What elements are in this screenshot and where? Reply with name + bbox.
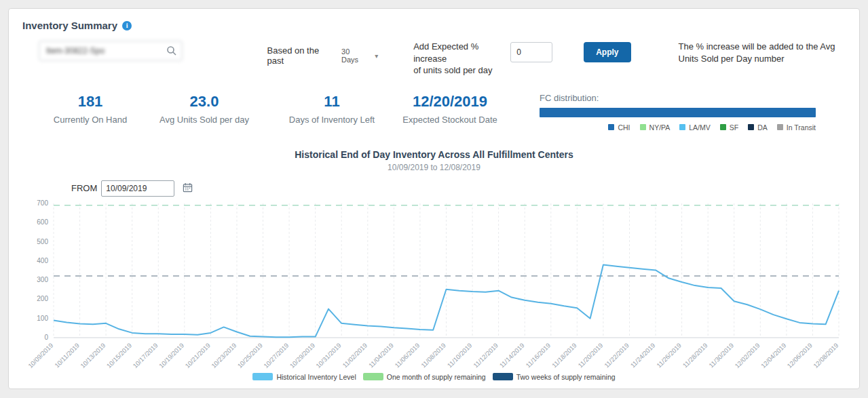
stat-value: 12/20/2019 <box>396 93 504 111</box>
x-tick-label: 10/11/2019 <box>53 341 81 369</box>
legend-swatch <box>493 373 513 380</box>
chevron-down-icon: ▾ <box>375 52 378 60</box>
legend-swatch <box>748 124 754 130</box>
x-tick-label: 12/06/2019 <box>785 341 813 369</box>
x-tick-label: 11/04/2019 <box>367 341 395 369</box>
x-tick-label: 10/17/2019 <box>131 341 159 369</box>
legend-label: In Transit <box>787 123 816 132</box>
legend-label: Historical Inventory Level <box>276 373 356 381</box>
increase-label-line1: Add Expected % increase <box>413 41 502 64</box>
helper-text: The % increase will be added to the Avg … <box>679 41 846 65</box>
period-select-value: 30 Days <box>341 47 365 64</box>
chart-legend-item: Historical Inventory Level <box>252 373 356 381</box>
x-tick-label: 10/23/2019 <box>210 341 238 369</box>
legend-swatch <box>679 124 685 130</box>
stat-avg-units-sold: 23.0 Avg Units Sold per day <box>150 93 259 125</box>
increase-label-line2: of units sold per day <box>413 64 502 77</box>
x-tick-label: 11/02/2019 <box>341 341 369 369</box>
from-date-input[interactable] <box>101 180 174 197</box>
x-tick-label: 10/15/2019 <box>105 341 133 369</box>
x-tick-label: 10/31/2019 <box>314 341 342 369</box>
x-tick-label: 11/16/2019 <box>524 341 552 369</box>
y-tick-label: 200 <box>37 295 48 302</box>
sku-search-input[interactable] <box>39 41 183 61</box>
legend-label: SF <box>730 123 738 132</box>
x-tick-label: 11/24/2019 <box>629 341 657 369</box>
legend-swatch <box>252 373 273 380</box>
stats-row: 181 Currently On Hand 23.0 Avg Units Sol… <box>22 93 846 132</box>
stat-label: Avg Units Sold per day <box>150 115 259 125</box>
increase-label: Add Expected % increase of units sold pe… <box>413 41 502 77</box>
x-tick-label: 11/20/2019 <box>576 341 604 369</box>
x-tick-label: 11/22/2019 <box>603 341 630 369</box>
legend-swatch <box>720 124 726 130</box>
search-box <box>39 41 183 61</box>
x-tick-label: 10/21/2019 <box>183 341 211 369</box>
inventory-summary-card: Inventory Summary i Based on the past 30… <box>8 8 860 389</box>
x-tick-label: 12/04/2019 <box>759 341 787 369</box>
x-tick-label: 11/14/2019 <box>498 341 526 369</box>
fc-legend-item: NY/PA <box>640 123 671 132</box>
apply-button[interactable]: Apply <box>584 42 630 62</box>
legend-swatch <box>640 124 646 130</box>
increase-input[interactable] <box>510 42 552 62</box>
chart-legend-item: One month of supply remaining <box>363 373 486 381</box>
period-select[interactable]: 30 Days ▾ <box>339 46 381 65</box>
chart-legend-item: Two weeks of supply remaining <box>493 373 616 381</box>
page-title: Inventory Summary <box>22 20 117 31</box>
y-tick-label: 600 <box>37 218 48 226</box>
x-tick-label: 11/08/2019 <box>419 341 447 369</box>
legend-swatch <box>777 124 783 130</box>
inventory-line-chart: 010020030040050060070010/09/201910/11/20… <box>22 198 846 373</box>
x-tick-label: 12/08/2019 <box>812 341 839 369</box>
stat-label: Days of Inventory Left <box>278 115 386 125</box>
x-tick-label: 10/19/2019 <box>157 341 185 369</box>
card-header: Inventory Summary i <box>22 20 846 31</box>
x-tick-label: 11/30/2019 <box>707 341 735 369</box>
legend-label: CHI <box>618 123 630 132</box>
fc-legend-item: DA <box>748 123 768 132</box>
fc-legend-item: CHI <box>608 123 630 132</box>
fc-legend-item: LA/MV <box>679 123 711 132</box>
x-tick-label: 10/09/2019 <box>26 341 54 369</box>
fc-segment-chi <box>540 108 816 117</box>
y-tick-label: 500 <box>37 237 48 245</box>
legend-label: NY/PA <box>649 123 671 132</box>
x-tick-label: 11/28/2019 <box>681 341 709 369</box>
stat-days-of-inventory: 11 Days of Inventory Left <box>278 93 386 125</box>
chart-legend: Historical Inventory Level One month of … <box>22 373 846 381</box>
y-tick-label: 100 <box>37 314 48 321</box>
based-on-group: Based on the past 30 Days ▾ <box>267 45 381 66</box>
stat-value: 11 <box>278 93 386 111</box>
legend-swatch <box>608 124 614 130</box>
stat-expected-stockout: 12/20/2019 Expected Stockout Date <box>396 93 504 125</box>
legend-label: LA/MV <box>689 123 711 132</box>
stat-label: Currently On Hand <box>50 115 131 125</box>
stat-label: Expected Stockout Date <box>396 115 504 125</box>
y-tick-label: 700 <box>37 199 48 207</box>
fc-legend: CHI NY/PA LA/MV SF DA <box>540 123 816 132</box>
stat-currently-on-hand: 181 Currently On Hand <box>50 93 131 125</box>
x-tick-label: 10/29/2019 <box>288 341 316 369</box>
chart-title: Historical End of Day Inventory Across A… <box>22 149 846 160</box>
search-icon[interactable] <box>166 45 177 56</box>
stat-value: 181 <box>50 93 131 111</box>
based-on-label: Based on the past <box>267 45 332 66</box>
fc-legend-item: In Transit <box>777 123 816 132</box>
controls-row: Based on the past 30 Days ▾ Add Expected… <box>22 41 846 77</box>
x-tick-label: 11/26/2019 <box>655 341 683 369</box>
x-tick-label: 10/27/2019 <box>262 341 290 369</box>
fc-distribution-label: FC distribution: <box>540 93 816 103</box>
info-icon[interactable]: i <box>122 21 132 31</box>
calendar-icon[interactable] <box>183 182 193 195</box>
stat-value: 23.0 <box>150 93 259 111</box>
legend-label: One month of supply remaining <box>387 373 486 381</box>
legend-label: Two weeks of supply remaining <box>516 373 616 381</box>
from-label: FROM <box>71 183 97 193</box>
x-tick-label: 12/02/2019 <box>733 341 761 369</box>
fc-distribution-block: FC distribution: CHI NY/PA LA/MV <box>540 93 846 132</box>
fc-distribution-bar <box>540 108 816 117</box>
y-tick-label: 300 <box>37 276 48 283</box>
increase-group: Add Expected % increase of units sold pe… <box>413 41 552 77</box>
legend-swatch <box>363 373 383 380</box>
